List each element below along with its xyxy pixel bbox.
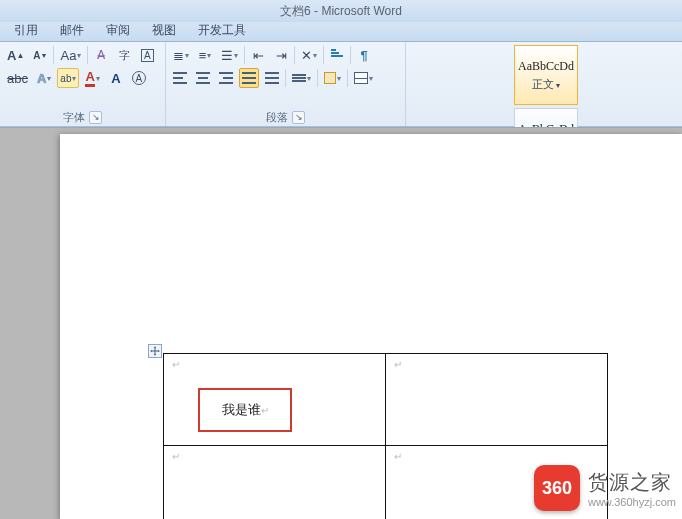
red-text-box[interactable]: 我是谁↵ [198,388,292,432]
group-paragraph-label: 段落 [266,110,288,125]
window-title: 文档6 - Microsoft Word [280,3,402,20]
multilevel-list-button[interactable]: ☰▾ [218,45,241,65]
shrink-font-button[interactable]: A▼ [30,45,50,65]
tab-view[interactable]: 视图 [142,19,186,41]
distributed-button[interactable] [262,68,282,88]
borders-button[interactable]: ▾ [351,68,376,88]
group-font: A▲ A▼ Aa▾ A̶ 字 A abc A▾ ab▾ A▾ A A 字体 ↘ [0,42,166,126]
paragraph-dialog-launcher[interactable]: ↘ [292,111,305,124]
change-case-button[interactable]: Aa▾ [57,45,84,65]
asian-layout-button[interactable]: ✕▾ [298,45,320,65]
align-right-button[interactable] [216,68,236,88]
tab-mailings[interactable]: 邮件 [50,19,94,41]
enclose-characters-button[interactable]: A [129,68,149,88]
increase-indent-button[interactable]: ⇥ [271,45,291,65]
tab-review[interactable]: 审阅 [96,19,140,41]
table-move-handle[interactable] [148,344,162,358]
watermark: 360 货源之家 www.360hyzj.com [534,465,676,511]
tab-references[interactable]: 引用 [4,19,48,41]
grow-font-button[interactable]: A▲ [4,45,27,65]
document-workspace: ↵ 我是谁↵ ↵ ↵ ↵ 360 货源之家 www.360hyzj.com [0,127,682,519]
ribbon-tab-strip: 引用 邮件 审阅 视图 开发工具 [0,22,682,42]
move-icon [150,346,160,356]
align-left-button[interactable] [170,68,190,88]
bullet-list-button[interactable]: ≣▾ [170,45,192,65]
style-normal[interactable]: AaBbCcDd 正文▾ [514,45,578,105]
watermark-url: www.360hyzj.com [588,496,676,508]
table-cell-1-1[interactable]: ↵ 我是谁↵ [164,354,386,446]
table-cell-2-1[interactable]: ↵ [164,446,386,520]
character-shading-button[interactable]: A [106,68,126,88]
group-styles: AaBbCcDd 正文▾ AaBbCcDd 无间隔▾ AaBb 标题 1 AaB… [406,42,682,126]
watermark-text: 货源之家 [588,469,672,496]
watermark-badge: 360 [534,465,580,511]
align-center-button[interactable] [193,68,213,88]
table-cell-1-2[interactable]: ↵ [386,354,608,446]
number-list-button[interactable]: ≡▾ [195,45,215,65]
phonetic-guide-button[interactable]: 字 [114,45,134,65]
sort-button[interactable] [327,45,347,65]
text-effects-button[interactable]: A▾ [34,68,54,88]
decrease-indent-button[interactable]: ⇤ [248,45,268,65]
character-border-button[interactable]: A [137,45,157,65]
highlight-color-button[interactable]: ab▾ [57,68,79,88]
group-paragraph: ≣▾ ≡▾ ☰▾ ⇤ ⇥ ✕▾ ¶ ▾ [166,42,406,126]
paragraph-mark: ↵ [172,359,180,370]
shading-button[interactable]: ▾ [321,68,344,88]
tab-developer[interactable]: 开发工具 [188,19,256,41]
align-justify-button[interactable] [239,68,259,88]
font-color-button[interactable]: A▾ [82,68,102,88]
ribbon: A▲ A▼ Aa▾ A̶ 字 A abc A▾ ab▾ A▾ A A 字体 ↘ [0,42,682,127]
font-dialog-launcher[interactable]: ↘ [89,111,102,124]
line-spacing-button[interactable]: ▾ [289,68,314,88]
show-marks-button[interactable]: ¶ [354,45,374,65]
strikethrough-button[interactable]: abc [4,68,31,88]
group-font-label: 字体 [63,110,85,125]
text-content: 我是谁 [222,401,261,419]
clear-formatting-button[interactable]: A̶ [91,45,111,65]
